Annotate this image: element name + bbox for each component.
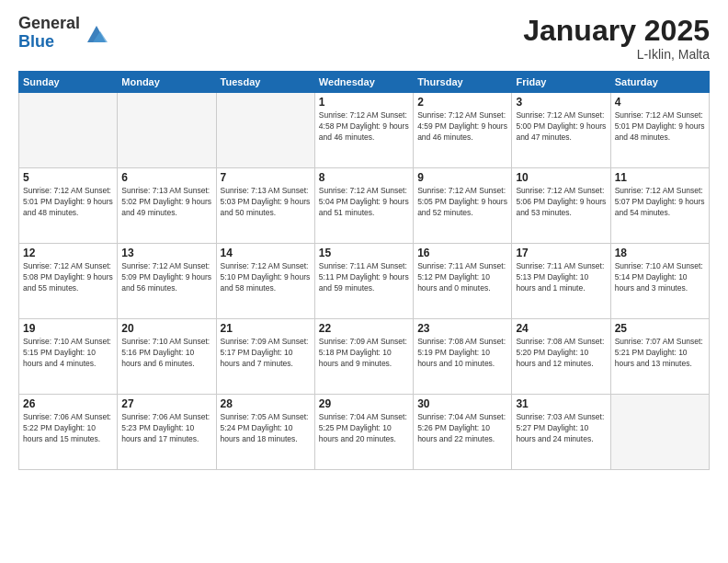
day-cell: 6Sunrise: 7:13 AM Sunset: 5:02 PM Daylig… [118, 168, 216, 244]
day-number: 26 [23, 397, 113, 410]
col-header-monday: Monday [118, 72, 216, 93]
day-cell [19, 93, 118, 168]
day-number: 25 [615, 322, 705, 335]
col-header-saturday: Saturday [610, 72, 709, 93]
day-cell: 3Sunrise: 7:12 AM Sunset: 5:00 PM Daylig… [512, 93, 610, 168]
day-cell: 1Sunrise: 7:12 AM Sunset: 4:58 PM Daylig… [314, 93, 413, 168]
day-number: 30 [417, 397, 507, 410]
day-number: 24 [516, 322, 606, 335]
day-number: 13 [121, 247, 211, 259]
col-header-wednesday: Wednesday [314, 72, 413, 93]
day-info: Sunrise: 7:10 AM Sunset: 5:14 PM Dayligh… [615, 261, 705, 294]
day-number: 21 [221, 322, 311, 335]
day-cell: 23Sunrise: 7:08 AM Sunset: 5:19 PM Dayli… [414, 319, 512, 395]
day-number: 11 [615, 171, 705, 184]
week-row-2: 12Sunrise: 7:12 AM Sunset: 5:08 PM Dayli… [19, 244, 710, 319]
day-cell: 29Sunrise: 7:04 AM Sunset: 5:25 PM Dayli… [314, 395, 413, 470]
day-cell: 5Sunrise: 7:12 AM Sunset: 5:01 PM Daylig… [19, 168, 118, 244]
day-cell: 10Sunrise: 7:12 AM Sunset: 5:06 PM Dayli… [512, 168, 610, 244]
day-number: 2 [417, 96, 507, 109]
day-info: Sunrise: 7:03 AM Sunset: 5:27 PM Dayligh… [516, 412, 606, 445]
day-cell: 15Sunrise: 7:11 AM Sunset: 5:11 PM Dayli… [314, 244, 413, 319]
month-title: January 2025 [523, 15, 710, 47]
logo-general: General [18, 15, 80, 33]
day-info: Sunrise: 7:12 AM Sunset: 5:00 PM Dayligh… [516, 110, 606, 144]
day-number: 23 [417, 322, 507, 335]
day-number: 31 [516, 397, 606, 410]
col-header-thursday: Thursday [414, 72, 512, 93]
day-cell: 12Sunrise: 7:12 AM Sunset: 5:08 PM Dayli… [19, 244, 118, 319]
day-number: 28 [221, 397, 311, 410]
day-info: Sunrise: 7:04 AM Sunset: 5:25 PM Dayligh… [319, 412, 409, 445]
day-info: Sunrise: 7:06 AM Sunset: 5:22 PM Dayligh… [23, 412, 113, 445]
day-cell: 13Sunrise: 7:12 AM Sunset: 5:09 PM Dayli… [118, 244, 216, 319]
day-cell [610, 395, 709, 470]
day-cell: 8Sunrise: 7:12 AM Sunset: 5:04 PM Daylig… [314, 168, 413, 244]
day-number: 18 [615, 247, 705, 259]
day-number: 17 [516, 247, 606, 259]
day-cell: 16Sunrise: 7:11 AM Sunset: 5:12 PM Dayli… [414, 244, 512, 319]
day-info: Sunrise: 7:08 AM Sunset: 5:19 PM Dayligh… [417, 337, 507, 370]
week-row-1: 5Sunrise: 7:12 AM Sunset: 5:01 PM Daylig… [19, 168, 710, 244]
week-row-3: 19Sunrise: 7:10 AM Sunset: 5:15 PM Dayli… [19, 319, 710, 395]
day-info: Sunrise: 7:09 AM Sunset: 5:17 PM Dayligh… [221, 337, 311, 370]
day-info: Sunrise: 7:10 AM Sunset: 5:16 PM Dayligh… [121, 337, 211, 370]
day-info: Sunrise: 7:09 AM Sunset: 5:18 PM Dayligh… [319, 337, 409, 370]
day-info: Sunrise: 7:04 AM Sunset: 5:26 PM Dayligh… [417, 412, 507, 445]
day-number: 20 [121, 322, 211, 335]
day-info: Sunrise: 7:12 AM Sunset: 5:07 PM Dayligh… [615, 186, 705, 219]
day-cell: 25Sunrise: 7:07 AM Sunset: 5:21 PM Dayli… [610, 319, 709, 395]
page: General Blue January 2025 L-Iklin, Malta… [0, 0, 728, 563]
day-number: 1 [319, 96, 409, 109]
calendar-table: SundayMondayTuesdayWednesdayThursdayFrid… [18, 71, 710, 470]
day-number: 19 [23, 322, 113, 335]
day-number: 12 [23, 247, 113, 259]
location: L-Iklin, Malta [523, 47, 710, 62]
day-cell: 28Sunrise: 7:05 AM Sunset: 5:24 PM Dayli… [216, 395, 314, 470]
day-info: Sunrise: 7:13 AM Sunset: 5:02 PM Dayligh… [121, 186, 211, 219]
day-number: 27 [121, 397, 211, 410]
day-number: 15 [319, 247, 409, 259]
day-cell: 19Sunrise: 7:10 AM Sunset: 5:15 PM Dayli… [19, 319, 118, 395]
day-cell: 20Sunrise: 7:10 AM Sunset: 5:16 PM Dayli… [118, 319, 216, 395]
day-number: 9 [417, 171, 507, 184]
day-cell: 31Sunrise: 7:03 AM Sunset: 5:27 PM Dayli… [512, 395, 610, 470]
day-info: Sunrise: 7:12 AM Sunset: 5:01 PM Dayligh… [23, 186, 113, 219]
day-info: Sunrise: 7:12 AM Sunset: 4:58 PM Dayligh… [319, 110, 409, 144]
day-info: Sunrise: 7:12 AM Sunset: 5:10 PM Dayligh… [221, 261, 311, 294]
day-number: 16 [417, 247, 507, 259]
day-number: 10 [516, 171, 606, 184]
day-cell [118, 93, 216, 168]
day-info: Sunrise: 7:13 AM Sunset: 5:03 PM Dayligh… [221, 186, 311, 219]
day-number: 5 [23, 171, 113, 184]
day-info: Sunrise: 7:12 AM Sunset: 5:04 PM Dayligh… [319, 186, 409, 219]
day-info: Sunrise: 7:12 AM Sunset: 5:09 PM Dayligh… [121, 261, 211, 294]
day-cell: 30Sunrise: 7:04 AM Sunset: 5:26 PM Dayli… [414, 395, 512, 470]
day-info: Sunrise: 7:07 AM Sunset: 5:21 PM Dayligh… [615, 337, 705, 370]
day-cell: 2Sunrise: 7:12 AM Sunset: 4:59 PM Daylig… [414, 93, 512, 168]
day-info: Sunrise: 7:08 AM Sunset: 5:20 PM Dayligh… [516, 337, 606, 370]
day-info: Sunrise: 7:12 AM Sunset: 4:59 PM Dayligh… [417, 110, 507, 144]
day-info: Sunrise: 7:12 AM Sunset: 5:05 PM Dayligh… [417, 186, 507, 219]
logo-blue: Blue [18, 33, 80, 52]
week-row-0: 1Sunrise: 7:12 AM Sunset: 4:58 PM Daylig… [19, 93, 710, 168]
day-cell: 26Sunrise: 7:06 AM Sunset: 5:22 PM Dayli… [19, 395, 118, 470]
logo: General Blue [18, 15, 109, 52]
day-info: Sunrise: 7:11 AM Sunset: 5:12 PM Dayligh… [417, 261, 507, 294]
header: General Blue January 2025 L-Iklin, Malta [18, 15, 710, 62]
day-number: 4 [615, 96, 705, 109]
day-cell: 9Sunrise: 7:12 AM Sunset: 5:05 PM Daylig… [414, 168, 512, 244]
day-cell: 17Sunrise: 7:11 AM Sunset: 5:13 PM Dayli… [512, 244, 610, 319]
header-row: SundayMondayTuesdayWednesdayThursdayFrid… [19, 72, 710, 93]
day-cell: 21Sunrise: 7:09 AM Sunset: 5:17 PM Dayli… [216, 319, 314, 395]
day-cell: 11Sunrise: 7:12 AM Sunset: 5:07 PM Dayli… [610, 168, 709, 244]
week-row-4: 26Sunrise: 7:06 AM Sunset: 5:22 PM Dayli… [19, 395, 710, 470]
day-info: Sunrise: 7:11 AM Sunset: 5:13 PM Dayligh… [516, 261, 606, 294]
day-number: 8 [319, 171, 409, 184]
col-header-tuesday: Tuesday [216, 72, 314, 93]
day-info: Sunrise: 7:06 AM Sunset: 5:23 PM Dayligh… [121, 412, 211, 445]
day-number: 14 [221, 247, 311, 259]
day-cell: 4Sunrise: 7:12 AM Sunset: 5:01 PM Daylig… [610, 93, 709, 168]
day-number: 3 [516, 96, 606, 109]
title-area: January 2025 L-Iklin, Malta [523, 15, 710, 62]
